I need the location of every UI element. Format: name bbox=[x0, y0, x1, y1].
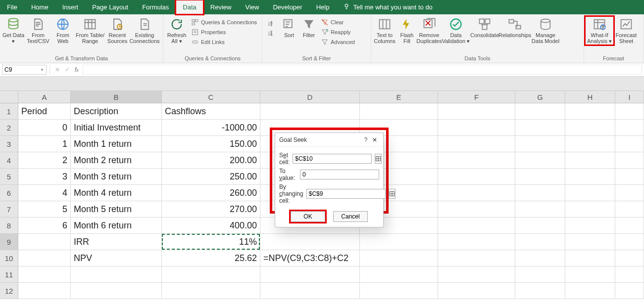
cell-I11[interactable] bbox=[615, 266, 644, 283]
row-header-5[interactable]: 5 bbox=[0, 169, 18, 185]
cell-I10[interactable] bbox=[615, 250, 644, 266]
col-header-G[interactable]: G bbox=[515, 91, 565, 103]
cell-D11[interactable] bbox=[260, 266, 360, 283]
tab-home[interactable]: Home bbox=[24, 0, 55, 14]
col-header-H[interactable]: H bbox=[565, 91, 615, 103]
cell-A7[interactable]: 5 bbox=[18, 201, 71, 218]
cell-A8[interactable]: 6 bbox=[18, 218, 71, 234]
cell-D9[interactable] bbox=[260, 234, 360, 250]
remove-duplicates-button[interactable]: Remove Duplicates bbox=[417, 16, 442, 45]
cell-C11[interactable] bbox=[162, 266, 260, 283]
cell-B7[interactable]: Month 5 return bbox=[71, 201, 162, 218]
queries-connections-button[interactable]: Queries & Connections bbox=[189, 17, 259, 27]
tab-pagelayout[interactable]: Page Layout bbox=[85, 0, 135, 14]
row-header-11[interactable]: 11 bbox=[0, 266, 18, 283]
data-validation-button[interactable]: Data Validation ▾ bbox=[442, 16, 470, 45]
ok-button[interactable]: OK bbox=[291, 211, 325, 222]
cell-B11[interactable] bbox=[71, 266, 162, 283]
row-header-7[interactable]: 7 bbox=[0, 201, 18, 218]
cell-A4[interactable]: 2 bbox=[18, 152, 71, 169]
cell-F7[interactable] bbox=[438, 201, 515, 218]
cell-I3[interactable] bbox=[615, 136, 644, 152]
cell-A9[interactable] bbox=[18, 234, 71, 250]
tab-file[interactable]: File bbox=[0, 0, 24, 14]
cell-C1[interactable]: Cashflows bbox=[162, 103, 260, 120]
row-header-8[interactable]: 8 bbox=[0, 218, 18, 234]
cell-B10[interactable]: NPV bbox=[71, 250, 162, 266]
cell-A6[interactable]: 4 bbox=[18, 185, 71, 201]
cell-H8[interactable] bbox=[565, 218, 615, 234]
cell-H10[interactable] bbox=[565, 250, 615, 266]
whatif-analysis-button[interactable]: ?What-If Analysis ▾ bbox=[585, 16, 614, 45]
cell-G3[interactable] bbox=[515, 136, 565, 152]
col-header-D[interactable]: D bbox=[260, 91, 360, 103]
cell-A1[interactable]: Period bbox=[18, 103, 71, 120]
cell-H4[interactable] bbox=[565, 152, 615, 169]
tab-data[interactable]: Data bbox=[176, 0, 203, 14]
cell-H12[interactable] bbox=[565, 283, 615, 299]
cell-F5[interactable] bbox=[438, 169, 515, 185]
cell-C5[interactable]: 250.00 bbox=[162, 169, 260, 185]
tab-view[interactable]: View bbox=[238, 0, 266, 14]
cell-A10[interactable] bbox=[18, 250, 71, 266]
fx-icon[interactable]: fx bbox=[75, 66, 79, 73]
to-value-input[interactable] bbox=[300, 170, 379, 179]
flash-fill-button[interactable]: Flash Fill bbox=[397, 16, 417, 45]
existing-conn-button[interactable]: Existing Connections bbox=[130, 16, 159, 45]
cell-I9[interactable] bbox=[615, 234, 644, 250]
sort-button[interactable]: Sort bbox=[279, 16, 299, 39]
cell-C12[interactable] bbox=[162, 283, 260, 299]
cell-D10[interactable]: =NPV(C9,C3:C8)+C2 bbox=[260, 250, 360, 266]
cell-G6[interactable] bbox=[515, 185, 565, 201]
cell-B8[interactable]: Month 6 return bbox=[71, 218, 162, 234]
reapply-button[interactable]: Reapply bbox=[319, 27, 357, 37]
cell-H3[interactable] bbox=[565, 136, 615, 152]
cell-G1[interactable] bbox=[515, 103, 565, 120]
cell-C2[interactable]: -1000.00 bbox=[162, 120, 260, 136]
get-data-button[interactable]: Get Data ▾ bbox=[1, 16, 26, 45]
cell-G7[interactable] bbox=[515, 201, 565, 218]
cell-B12[interactable] bbox=[71, 283, 162, 299]
cell-H7[interactable] bbox=[565, 201, 615, 218]
cell-B6[interactable]: Month 4 return bbox=[71, 185, 162, 201]
changing-cell-input[interactable] bbox=[306, 189, 386, 199]
cell-C7[interactable]: 270.00 bbox=[162, 201, 260, 218]
cell-E9[interactable] bbox=[360, 234, 438, 250]
name-box[interactable]: C9 ▼ bbox=[2, 65, 47, 75]
cell-B2[interactable]: Initial Investment bbox=[71, 120, 162, 136]
cell-F8[interactable] bbox=[438, 218, 515, 234]
row-header-9[interactable]: 9 bbox=[0, 234, 18, 250]
cell-B3[interactable]: Month 1 return bbox=[71, 136, 162, 152]
tab-developer[interactable]: Developer bbox=[266, 0, 309, 14]
cell-C9[interactable]: 11% bbox=[162, 234, 260, 250]
cancel-button[interactable]: Cancel bbox=[333, 211, 368, 222]
cell-G8[interactable] bbox=[515, 218, 565, 234]
cell-H5[interactable] bbox=[565, 169, 615, 185]
cell-I1[interactable] bbox=[615, 103, 644, 120]
cell-B9[interactable]: IRR bbox=[71, 234, 162, 250]
cell-A2[interactable]: 0 bbox=[18, 120, 71, 136]
from-table-button[interactable]: From Table/ Range bbox=[75, 16, 105, 45]
cell-A5[interactable]: 3 bbox=[18, 169, 71, 185]
cell-H9[interactable] bbox=[565, 234, 615, 250]
row-header-12[interactable]: 12 bbox=[0, 283, 18, 299]
refresh-all-button[interactable]: Refresh All ▾ bbox=[164, 16, 189, 45]
row-header-4[interactable]: 4 bbox=[0, 152, 18, 169]
clear-filter-button[interactable]: Clear bbox=[319, 17, 357, 27]
tab-review[interactable]: Review bbox=[203, 0, 239, 14]
cell-F1[interactable] bbox=[438, 103, 515, 120]
from-textcsv-button[interactable]: From Text/CSV bbox=[26, 16, 50, 45]
col-header-C[interactable]: C bbox=[162, 91, 260, 103]
cell-C3[interactable]: 150.00 bbox=[162, 136, 260, 152]
range-picker-setcell[interactable] bbox=[375, 154, 382, 164]
recent-sources-button[interactable]: Recent Sources bbox=[105, 16, 130, 45]
cell-G9[interactable] bbox=[515, 234, 565, 250]
set-cell-input[interactable] bbox=[293, 154, 372, 164]
row-header-10[interactable]: 10 bbox=[0, 250, 18, 266]
from-web-button[interactable]: From Web bbox=[50, 16, 75, 45]
cell-B4[interactable]: Month 2 return bbox=[71, 152, 162, 169]
cell-C4[interactable]: 200.00 bbox=[162, 152, 260, 169]
enter-formula-icon[interactable]: ✓ bbox=[65, 66, 70, 73]
cell-F10[interactable] bbox=[438, 250, 515, 266]
cell-G2[interactable] bbox=[515, 120, 565, 136]
